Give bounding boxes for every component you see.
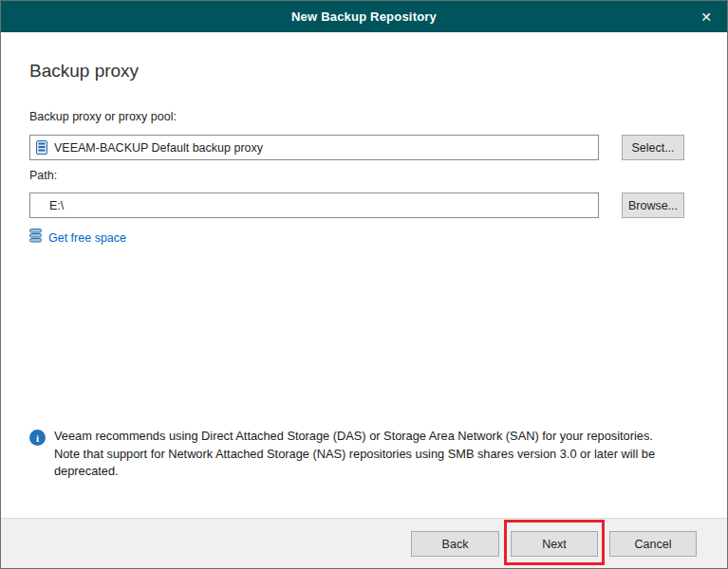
proxy-pool-label: Backup proxy or proxy pool: bbox=[29, 110, 177, 123]
wizard-content: Backup proxy Backup proxy or proxy pool:… bbox=[1, 32, 727, 518]
footer-bar: Back Next Cancel bbox=[1, 518, 727, 568]
get-free-space-link[interactable]: Get free space bbox=[48, 231, 126, 245]
proxy-pool-input[interactable]: VEEAM-BACKUP Default backup proxy bbox=[29, 135, 599, 160]
path-input[interactable]: E:\ bbox=[29, 193, 599, 218]
get-free-space[interactable]: Get free space bbox=[29, 229, 126, 247]
disks-icon bbox=[29, 229, 42, 247]
cancel-button[interactable]: Cancel bbox=[609, 531, 697, 557]
info-icon: i bbox=[29, 430, 46, 446]
path-value: E:\ bbox=[49, 199, 64, 212]
recommendation-note: i Veeam recommends using Direct Attached… bbox=[29, 428, 684, 481]
next-button[interactable]: Next bbox=[511, 531, 598, 557]
select-button[interactable]: Select... bbox=[622, 135, 684, 160]
back-button[interactable]: Back bbox=[411, 531, 499, 557]
path-label: Path: bbox=[29, 169, 57, 182]
note-text: Veeam recommends using Direct Attached S… bbox=[54, 428, 676, 481]
new-backup-repository-dialog: New Backup Repository ✕ Backup proxy Bac… bbox=[0, 0, 728, 569]
browse-button[interactable]: Browse... bbox=[622, 193, 684, 218]
page-title: Backup proxy bbox=[29, 61, 139, 82]
proxy-pool-value: VEEAM-BACKUP Default backup proxy bbox=[54, 141, 263, 155]
titlebar: New Backup Repository ✕ bbox=[1, 1, 727, 32]
window-title: New Backup Repository bbox=[291, 9, 437, 24]
close-icon[interactable]: ✕ bbox=[685, 1, 727, 32]
proxy-server-icon bbox=[36, 140, 47, 155]
